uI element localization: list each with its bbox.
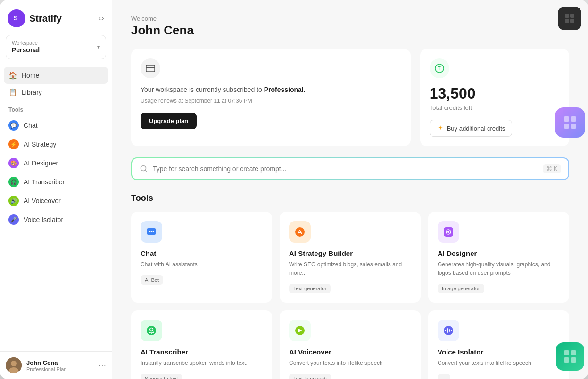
sidebar-transcriber-label: AI Transcriber: [24, 178, 65, 186]
transcriber-tool-icon: 🎧: [8, 177, 19, 187]
svg-rect-32: [564, 116, 569, 122]
credits-card: T 13,500 Total credits left Buy addition…: [420, 49, 569, 146]
svg-point-14: [295, 227, 305, 237]
sidebar-voiceover-label: AI Voiceover: [24, 197, 61, 205]
svg-rect-29: [570, 14, 574, 18]
svg-point-17: [447, 231, 449, 233]
sidebar-item-home-label: Home: [22, 72, 39, 79]
sidebar-item-ai-designer[interactable]: 🎨 AI Designer: [4, 154, 108, 173]
tool-strategy-name: AI Strategy Builder: [289, 249, 411, 257]
sidebar-item-ai-strategy[interactable]: ⚡ AI Strategy: [4, 135, 108, 154]
tool-isolator-badge: ...: [438, 374, 450, 379]
upgrade-plan-button[interactable]: Upgrade plan: [141, 113, 197, 129]
app-logo-icon: S: [8, 9, 25, 27]
main-content: Welcome John Cena Your workspace is curr…: [112, 0, 588, 379]
buy-credits-label: Buy additional credits: [447, 125, 505, 132]
tool-designer-badge: Image generator: [438, 284, 484, 293]
svg-point-12: [151, 231, 152, 232]
svg-text:S: S: [14, 15, 18, 22]
svg-text:T: T: [438, 66, 441, 71]
user-plan: Professional Plan: [26, 366, 94, 372]
svg-rect-30: [565, 19, 569, 23]
sidebar-logo-area: S Stratify ⇔: [0, 0, 112, 35]
buy-credits-button[interactable]: Buy additional credits: [430, 120, 513, 137]
tools-section-title: Tools: [131, 193, 569, 203]
tool-designer-name: AI Designer: [438, 249, 560, 257]
tool-chat-icon: [141, 221, 162, 243]
svg-rect-6: [146, 67, 155, 68]
sidebar-designer-label: AI Designer: [24, 159, 58, 167]
svg-rect-31: [570, 19, 574, 23]
svg-rect-28: [565, 14, 569, 18]
sidebar-chat-label: Chat: [24, 122, 38, 129]
credits-card-icon: T: [430, 58, 449, 78]
main-nav: 🏠 Home 📋 Library: [0, 67, 112, 101]
tool-card-designer[interactable]: AI Designer Generates high-quality visua…: [428, 212, 569, 303]
tools-grid: Chat Chat with AI assistants AI Bot AI S…: [131, 212, 569, 379]
tool-designer-desc: Generates high-quality visuals, graphics…: [438, 260, 560, 277]
sidebar-item-ai-voiceover[interactable]: 🔊 AI Voiceover: [4, 191, 108, 210]
home-icon: 🏠: [8, 71, 17, 80]
svg-rect-36: [564, 350, 569, 355]
sidebar-item-library[interactable]: 📋 Library: [4, 84, 108, 101]
page-title: John Cena: [131, 23, 569, 38]
tools-nav-label: Tools: [0, 101, 112, 116]
tool-transcriber-name: AI Transcriber: [141, 348, 263, 356]
renewal-text: Usage renews at September 11 at 07:36 PM: [141, 98, 401, 104]
tool-strategy-badge: Text generator: [289, 284, 331, 293]
svg-rect-39: [571, 357, 576, 363]
svg-rect-37: [571, 350, 576, 355]
sidebar-isolator-label: Voice Isolator: [24, 216, 63, 223]
tool-voiceover-badge: Text to speech: [289, 374, 331, 379]
svg-rect-38: [564, 357, 569, 363]
tool-designer-icon: [438, 221, 459, 243]
voiceover-tool-icon: 🔊: [8, 196, 19, 206]
strategy-tool-icon: ⚡: [8, 139, 19, 149]
subscription-card: Your workspace is currently subscribed t…: [131, 49, 411, 146]
svg-rect-27: [451, 330, 452, 331]
sidebar-item-ai-transcriber[interactable]: 🎧 AI Transcriber: [4, 173, 108, 191]
sidebar-item-library-label: Library: [22, 89, 42, 96]
sidebar-strategy-label: AI Strategy: [24, 140, 56, 148]
svg-rect-34: [564, 124, 569, 129]
tool-voiceover-icon: [289, 320, 311, 341]
isolator-tool-icon: 🎤: [8, 214, 19, 225]
subscription-card-icon: [141, 58, 160, 78]
sparkle-icon: [437, 124, 444, 132]
sidebar-item-home[interactable]: 🏠 Home: [4, 67, 108, 84]
svg-rect-24: [447, 328, 448, 333]
chevron-down-icon: ▾: [97, 44, 100, 50]
tool-card-chat[interactable]: Chat Chat with AI assistants AI Bot: [131, 212, 272, 303]
float-icon-mid: [555, 107, 585, 138]
svg-rect-25: [449, 329, 450, 332]
sidebar-toggle-btn[interactable]: ⇔: [99, 15, 104, 22]
search-input[interactable]: [153, 165, 538, 173]
info-cards-row: Your workspace is currently subscribed t…: [131, 49, 569, 146]
sidebar: S Stratify ⇔ Workspace Personal ▾ 🏠 Home…: [0, 0, 112, 379]
workspace-selector[interactable]: Workspace Personal ▾: [6, 35, 106, 59]
sidebar-item-chat[interactable]: 💬 Chat: [4, 116, 108, 135]
tools-nav: 💬 Chat ⚡ AI Strategy 🎨 AI Designer 🎧 AI …: [0, 116, 112, 229]
tool-card-strategy[interactable]: AI Strategy Builder Write SEO optimized …: [280, 212, 421, 303]
sidebar-item-voice-isolator[interactable]: 🎤 Voice Isolator: [4, 210, 108, 229]
tool-card-transcriber[interactable]: AI Transcriber Instantly transcribe spok…: [131, 310, 272, 379]
svg-rect-33: [571, 116, 576, 122]
subscription-plan: Professional.: [264, 86, 306, 93]
tool-transcriber-desc: Instantly transcribe spoken words into t…: [141, 359, 263, 367]
float-icon-top: [558, 7, 581, 30]
search-bar[interactable]: ⌘ K: [131, 157, 569, 180]
search-icon: [140, 165, 148, 173]
tool-card-voiceover[interactable]: AI Voiceover Convert your texts into lif…: [280, 310, 421, 379]
credits-amount: 13,500: [430, 85, 560, 102]
tool-strategy-desc: Write SEO optimized blogs, sales emails …: [289, 260, 411, 277]
user-menu-button[interactable]: ⋯: [99, 361, 106, 370]
svg-point-9: [141, 166, 146, 171]
svg-point-11: [149, 231, 150, 232]
tool-card-voice-isolator[interactable]: Voice Isolator Convert your texts into l…: [428, 310, 569, 379]
svg-rect-35: [571, 124, 576, 129]
tool-chat-desc: Chat with AI assistants: [141, 260, 263, 269]
designer-tool-icon: 🎨: [8, 158, 19, 168]
app-name: Stratify: [29, 13, 62, 24]
tool-isolator-name: Voice Isolator: [438, 348, 560, 356]
tool-isolator-icon: [438, 320, 459, 341]
